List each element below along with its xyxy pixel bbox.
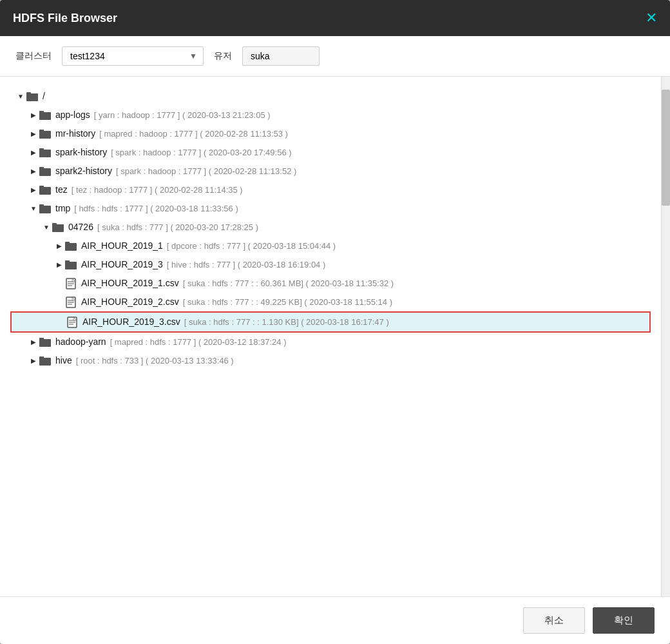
tree-root: / xyxy=(15,87,646,106)
svg-rect-7 xyxy=(39,148,44,151)
spark-history-toggle[interactable] xyxy=(28,148,39,158)
item-name: AIR_HOUR_2019_3 xyxy=(81,258,163,271)
tree-item-mr-history[interactable]: mr-history [ mapred : hadoop : 1777 ] ( … xyxy=(15,124,646,143)
item-name: spark2-history xyxy=(55,164,112,178)
title-bar: HDFS File Browser ✕ xyxy=(0,0,670,36)
file-tree: / app-logs [ yarn : hadoop : 1777 ] ( 20… xyxy=(0,77,661,596)
tree-item-air-hour-2019-3-folder[interactable]: AIR_HOUR_2019_3 [ hive : hdfs : 777 ] ( … xyxy=(15,255,646,274)
file-icon xyxy=(64,297,77,307)
tree-item-hadoop-yarn[interactable]: hadoop-yarn [ mapred : hdfs : 1777 ] ( 2… xyxy=(15,333,646,351)
user-input[interactable] xyxy=(242,46,320,66)
tree-item-air-hour-2019-2-csv[interactable]: AIR_HOUR_2019_2.csv [ suka : hdfs : 777 … xyxy=(15,293,646,311)
folder-icon xyxy=(39,185,52,195)
cluster-select[interactable]: test1234 xyxy=(62,46,204,66)
tree-item-spark-history[interactable]: spark-history [ spark : hadoop : 1777 ] … xyxy=(15,143,646,162)
item-meta: [ root : hdfs : 733 ] ( 2020-03-13 13:33… xyxy=(76,355,234,367)
tree-item-spark2-history[interactable]: spark2-history [ spark : hadoop : 1777 ]… xyxy=(15,162,646,181)
tree-item-tmp[interactable]: tmp [ hdfs : hdfs : 1777 ] ( 2020-03-18 … xyxy=(15,199,646,218)
item-name: AIR_HOUR_2019_3.csv xyxy=(82,315,180,329)
item-name: tez xyxy=(55,183,68,197)
svg-rect-15 xyxy=(52,223,57,226)
svg-rect-17 xyxy=(65,242,70,244)
footer: 취소 확인 xyxy=(0,596,670,644)
item-meta: [ dpcore : hdfs : 777 ] ( 2020-03-18 15:… xyxy=(167,240,336,253)
item-name: AIR_HOUR_2019_1 xyxy=(81,239,163,253)
svg-rect-13 xyxy=(39,204,44,207)
folder-icon xyxy=(39,129,52,139)
root-toggle[interactable] xyxy=(15,92,26,102)
item-meta: [ hdfs : hdfs : 1777 ] ( 2020-03-18 11:3… xyxy=(74,202,238,215)
close-button[interactable]: ✕ xyxy=(646,11,657,25)
04726-toggle[interactable] xyxy=(41,222,52,233)
item-meta: [ suka : hdfs : 777 ] ( 2020-03-20 17:28… xyxy=(97,221,258,234)
folder-icon xyxy=(39,166,52,177)
tmp-toggle[interactable] xyxy=(28,204,39,214)
folder-icon xyxy=(26,92,39,102)
item-name: 04726 xyxy=(68,220,93,234)
toolbar: 클러스터 test1234 ▼ 유저 xyxy=(0,36,670,77)
root-name: / xyxy=(43,90,45,103)
app-logs-toggle[interactable] xyxy=(28,110,39,121)
folder-icon xyxy=(39,148,52,158)
tree-item-air-hour-2019-1-csv[interactable]: AIR_HOUR_2019_1.csv [ suka : hdfs : 777 … xyxy=(15,274,646,293)
hdfs-file-browser-dialog: HDFS File Browser ✕ 클러스터 test1234 ▼ 유저 xyxy=(0,0,670,644)
folder-icon xyxy=(39,337,52,347)
svg-rect-9 xyxy=(39,167,44,170)
svg-rect-35 xyxy=(39,356,44,359)
content-area: / app-logs [ yarn : hadoop : 1777 ] ( 20… xyxy=(0,77,670,596)
item-meta: [ suka : hdfs : 777 : : 60.361 MB] ( 202… xyxy=(183,277,394,290)
item-name: tmp xyxy=(55,202,70,215)
svg-rect-33 xyxy=(39,338,44,340)
item-meta: [ suka : hdfs : 777 : : 1.130 KB] ( 2020… xyxy=(184,316,389,329)
folder-icon xyxy=(52,222,64,233)
item-meta: [ spark : hadoop : 1777 ] ( 2020-02-28 1… xyxy=(116,165,296,178)
cluster-select-wrapper: test1234 ▼ xyxy=(62,46,204,66)
tree-item-air-hour-2019-3-csv[interactable]: AIR_HOUR_2019_3.csv [ suka : hdfs : 777 … xyxy=(10,311,651,333)
item-meta: [ suka : hdfs : 777 : : 49.225 KB] ( 202… xyxy=(183,296,392,309)
item-name: hadoop-yarn xyxy=(55,335,106,349)
item-meta: [ tez : hadoop : 1777 ] ( 2020-02-28 11:… xyxy=(72,184,243,197)
hadoop-yarn-toggle[interactable] xyxy=(28,337,39,347)
tree-item-04726[interactable]: 04726 [ suka : hdfs : 777 ] ( 2020-03-20… xyxy=(15,218,646,237)
scrollbar-thumb[interactable] xyxy=(662,90,670,206)
folder-icon xyxy=(39,110,52,121)
svg-rect-1 xyxy=(26,92,31,95)
spark2-history-toggle[interactable] xyxy=(28,166,39,177)
cluster-label: 클러스터 xyxy=(15,50,52,62)
item-meta: [ hive : hdfs : 777 ] ( 2020-03-18 16:19… xyxy=(167,259,325,271)
item-name: mr-history xyxy=(55,127,95,141)
tree-item-tez[interactable]: tez [ tez : hadoop : 1777 ] ( 2020-02-28… xyxy=(15,181,646,199)
tree-item-air-hour-2019-1-folder[interactable]: AIR_HOUR_2019_1 [ dpcore : hdfs : 777 ] … xyxy=(15,237,646,255)
folder-icon xyxy=(64,241,77,251)
file-icon xyxy=(66,317,79,327)
air-hour-2019-1-toggle[interactable] xyxy=(54,241,64,251)
air-hour-2019-3-toggle[interactable] xyxy=(54,260,64,270)
item-name: app-logs xyxy=(55,108,90,122)
item-meta: [ mapred : hadoop : 1777 ] ( 2020-02-28 … xyxy=(99,128,288,141)
svg-rect-11 xyxy=(39,186,44,188)
mr-history-toggle[interactable] xyxy=(28,129,39,139)
tree-item-app-logs[interactable]: app-logs [ yarn : hadoop : 1777 ] ( 2020… xyxy=(15,106,646,124)
file-icon xyxy=(64,278,77,289)
item-meta: [ spark : hadoop : 1777 ] ( 2020-03-20 1… xyxy=(111,146,291,159)
tree-item-hive[interactable]: hive [ root : hdfs : 733 ] ( 2020-03-13 … xyxy=(15,351,646,370)
folder-icon xyxy=(39,204,52,214)
folder-icon xyxy=(64,260,77,270)
svg-rect-5 xyxy=(39,130,44,132)
cancel-button[interactable]: 취소 xyxy=(523,607,585,634)
svg-rect-19 xyxy=(65,260,70,263)
dialog-title: HDFS File Browser xyxy=(13,12,117,25)
item-meta: [ yarn : hadoop : 1777 ] ( 2020-03-13 21… xyxy=(94,109,271,122)
item-name: AIR_HOUR_2019_1.csv xyxy=(81,277,179,290)
item-name: AIR_HOUR_2019_2.csv xyxy=(81,295,179,309)
user-label: 유저 xyxy=(214,50,232,62)
item-name: hive xyxy=(55,354,72,367)
item-meta: [ mapred : hdfs : 1777 ] ( 2020-03-12 18… xyxy=(110,336,287,349)
folder-icon xyxy=(39,356,52,366)
scrollbar-track[interactable] xyxy=(661,77,670,596)
svg-rect-3 xyxy=(39,111,44,113)
hive-toggle[interactable] xyxy=(28,356,39,366)
item-name: spark-history xyxy=(55,146,107,159)
confirm-button[interactable]: 확인 xyxy=(593,607,655,634)
tez-toggle[interactable] xyxy=(28,185,39,195)
